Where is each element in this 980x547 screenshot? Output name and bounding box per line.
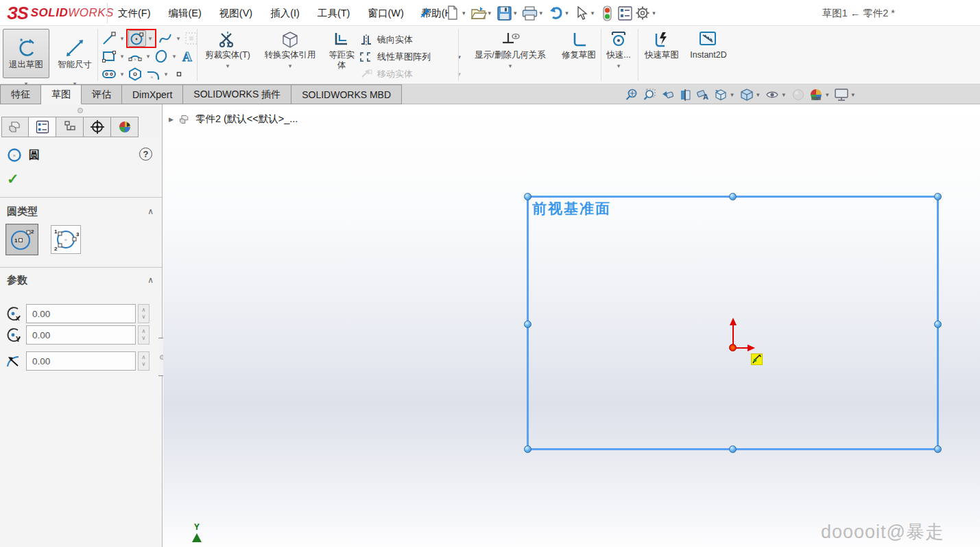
apply-scene-button[interactable]: ▾ xyxy=(808,87,833,102)
quick-snaps-flyout[interactable]: ▾ xyxy=(617,62,621,69)
circle-tool-icon[interactable] xyxy=(128,30,146,47)
fillet-tool-icon[interactable]: × xyxy=(144,66,162,82)
plane-handle-bottom-left[interactable] xyxy=(524,445,531,453)
plane-handle-top-left[interactable] xyxy=(524,193,531,200)
arc-tool-dropdown[interactable]: ▾ xyxy=(144,53,152,60)
feature-manager-tab[interactable] xyxy=(1,117,29,137)
tab-sketch[interactable]: 草图 xyxy=(41,84,82,104)
rapid-sketch-button[interactable]: 快速草图 xyxy=(642,31,682,60)
plane-handle-top-right[interactable] xyxy=(934,193,942,200)
line-tool-dropdown[interactable]: ▾ xyxy=(118,35,126,42)
view-settings-button[interactable]: ▾ xyxy=(833,87,858,102)
view-orientation-button[interactable]: ▾ xyxy=(713,87,737,102)
rectangle-tool-icon[interactable] xyxy=(100,48,118,65)
spline-tool-dropdown[interactable]: ▾ xyxy=(174,35,182,42)
spline-tool-icon[interactable] xyxy=(156,30,174,47)
plane-handle-left-mid[interactable] xyxy=(524,321,531,328)
menu-insert[interactable]: 插入(I) xyxy=(270,7,300,20)
convert-entities-button[interactable]: 转换实体引用 ▾ xyxy=(256,31,324,69)
tab-features[interactable]: 特征 xyxy=(0,84,41,104)
collapse-parameters[interactable]: ∧ xyxy=(147,275,154,285)
tab-solidworks-addins[interactable]: SOLIDWORKS 插件 xyxy=(183,84,291,104)
center-x-spinner[interactable]: ∧∨ xyxy=(138,304,150,323)
tree-root-node[interactable]: 零件2 (默认<<默认>_... xyxy=(195,113,298,126)
convert-entities-flyout[interactable]: ▾ xyxy=(289,62,292,69)
plane-handle-bottom-right[interactable] xyxy=(934,445,942,453)
perimeter-circle-type-button[interactable]: ×123 xyxy=(51,225,81,254)
tab-dimxpert[interactable]: DimXpert xyxy=(122,84,183,104)
menu-tools[interactable]: 工具(T) xyxy=(318,7,350,20)
options-button[interactable]: ▾ xyxy=(634,5,659,21)
display-style-button[interactable]: ▾ xyxy=(739,87,763,102)
smart-dimension-button[interactable]: 智能尺寸 ▾ xyxy=(55,29,95,87)
print-button[interactable]: ▾ xyxy=(522,5,547,21)
flyout-feature-tree[interactable]: ▶ 零件2 (默认<<默认>_... xyxy=(169,113,298,126)
mirror-entities-button[interactable]: 镜向实体 xyxy=(359,31,461,48)
menu-file[interactable]: 文件(F) xyxy=(118,7,151,20)
slot-tool-dropdown[interactable]: ▾ xyxy=(118,71,126,78)
menu-view[interactable]: 视图(V) xyxy=(219,7,252,20)
pin-menu-icon[interactable] xyxy=(418,6,432,20)
dimxpert-manager-tab[interactable] xyxy=(84,117,111,137)
radius-spinner[interactable]: ∧∨ xyxy=(138,351,150,371)
center-circle-type-button[interactable]: 12 xyxy=(5,224,38,255)
select-button[interactable]: ▾ xyxy=(573,5,598,21)
tree-expand-icon[interactable]: ▶ xyxy=(169,116,174,123)
save-button[interactable]: ▾ xyxy=(496,5,521,21)
polygon-tool-icon[interactable] xyxy=(126,66,144,82)
offset-entities-icon xyxy=(332,31,351,49)
display-manager-tab[interactable] xyxy=(111,117,139,137)
display-settings-button[interactable] xyxy=(617,5,633,21)
section-view-button[interactable] xyxy=(677,87,693,102)
display-relations-flyout[interactable]: ▾ xyxy=(509,62,512,69)
ellipse-tool-dropdown[interactable]: ▾ xyxy=(170,53,178,60)
point-tool-icon[interactable] xyxy=(170,66,188,82)
repair-sketch-button[interactable]: 修复草图 xyxy=(560,31,598,60)
plane-handle-bottom-mid[interactable] xyxy=(729,445,737,453)
graphics-viewport[interactable]: ▶ 零件2 (默认<<默认>_... 前视基准面 xyxy=(163,104,980,547)
arc-tool-icon[interactable]: × xyxy=(126,48,144,65)
ellipse-tool-icon[interactable] xyxy=(152,48,170,65)
menu-edit[interactable]: 编辑(E) xyxy=(169,7,202,20)
slot-tool-icon[interactable] xyxy=(100,66,118,82)
center-x-input[interactable] xyxy=(26,304,136,323)
sketch-origin[interactable] xyxy=(728,322,769,363)
instant2d-button[interactable]: Instant2D xyxy=(684,31,732,60)
rebuild-button[interactable] xyxy=(599,5,615,21)
annotation-view-button[interactable]: A xyxy=(695,87,711,102)
rectangle-tool-dropdown[interactable]: ▾ xyxy=(118,53,126,60)
previous-view-button[interactable] xyxy=(659,87,676,102)
ok-check-button[interactable]: ✓ xyxy=(7,171,19,187)
plane-handle-right-mid[interactable] xyxy=(934,321,942,328)
line-tool-icon[interactable] xyxy=(100,30,118,47)
panel-grip-handle[interactable] xyxy=(77,108,83,113)
tab-solidworks-mbd[interactable]: SOLIDWORKS MBD xyxy=(291,84,402,104)
offset-entities-button[interactable]: 等距实体 xyxy=(325,31,358,71)
quick-snaps-button[interactable]: 快速... ▾ xyxy=(603,31,634,69)
circle-tool-dropdown[interactable]: ▾ xyxy=(146,35,154,42)
property-manager-tab[interactable] xyxy=(29,117,56,137)
trim-entities-button[interactable]: 剪裁实体(T) ▾ xyxy=(201,31,254,69)
undo-button[interactable]: ▾ xyxy=(547,5,572,21)
plane-handle-top-mid[interactable] xyxy=(729,193,737,200)
help-button[interactable]: ? xyxy=(139,148,152,161)
linear-pattern-button[interactable]: 线性草图阵列 ▾ xyxy=(359,48,461,65)
tab-evaluate[interactable]: 评估 xyxy=(82,84,122,104)
trim-entities-flyout[interactable]: ▾ xyxy=(226,62,230,69)
menu-window[interactable]: 窗口(W) xyxy=(368,7,403,20)
fillet-tool-dropdown[interactable]: ▾ xyxy=(162,71,170,78)
radius-input[interactable] xyxy=(26,351,136,371)
text-tool-icon[interactable]: A xyxy=(178,48,196,65)
view-orientation-icon xyxy=(713,87,729,102)
display-delete-relations-button[interactable]: 显示/删除几何关系 ▾ xyxy=(462,31,558,69)
hide-show-items-button[interactable]: ▾ xyxy=(764,87,789,102)
center-y-spinner[interactable]: ∧∨ xyxy=(138,325,150,345)
new-document-button[interactable]: ▾ xyxy=(444,5,469,21)
zoom-to-fit-button[interactable] xyxy=(623,87,640,102)
zoom-to-area-button[interactable] xyxy=(641,87,658,102)
center-y-input[interactable] xyxy=(26,325,136,345)
open-button[interactable]: ▾ xyxy=(470,5,495,21)
exit-sketch-button[interactable]: * 退出草图 ▾ xyxy=(3,29,49,87)
configuration-manager-tab[interactable] xyxy=(56,117,84,137)
collapse-circle-type[interactable]: ∧ xyxy=(147,207,154,216)
